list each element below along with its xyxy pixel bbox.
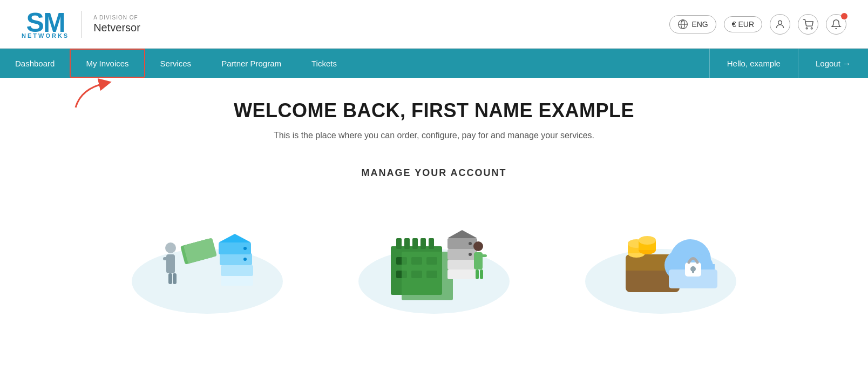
svg-rect-22	[396, 238, 402, 249]
illus-card-billing[interactable]	[547, 206, 774, 314]
illustrations-row	[11, 206, 857, 314]
svg-marker-37	[447, 230, 477, 238]
nav-item-dashboard[interactable]: Dashboard	[0, 49, 70, 78]
svg-rect-33	[402, 252, 453, 300]
svg-rect-24	[412, 238, 418, 249]
svg-rect-25	[421, 238, 426, 249]
nav-item-partner-program[interactable]: Partner Program	[206, 49, 296, 78]
svg-point-6	[811, 28, 812, 29]
cart-icon	[803, 19, 813, 30]
cart-icon-button[interactable]	[798, 14, 818, 35]
bell-icon	[831, 19, 842, 30]
header: SM NETWORKS A DIVISION OF Netversor ENG …	[0, 0, 868, 49]
user-icon-button[interactable]	[770, 14, 790, 35]
currency-button[interactable]: € EUR	[724, 16, 762, 32]
svg-rect-18	[221, 276, 253, 286]
svg-rect-23	[404, 238, 410, 249]
svg-point-54	[639, 236, 656, 245]
illus-card-services[interactable]	[94, 206, 321, 314]
currency-label: € EUR	[732, 20, 754, 29]
svg-rect-14	[221, 265, 253, 276]
logo-area: SM NETWORKS A DIVISION OF Netversor	[22, 9, 140, 39]
svg-point-4	[778, 21, 782, 24]
nav-item-services[interactable]: Services	[145, 49, 207, 78]
navbar: Dashboard My Invoices Services Partner P…	[0, 49, 868, 78]
header-right: ENG € EUR	[669, 14, 846, 35]
svg-rect-38	[447, 269, 477, 279]
nav-left: Dashboard My Invoices Services Partner P…	[0, 49, 709, 78]
language-button[interactable]: ENG	[669, 15, 716, 33]
notification-badge	[841, 13, 847, 19]
svg-point-7	[165, 242, 176, 253]
globe-icon	[677, 19, 688, 30]
svg-rect-26	[429, 238, 434, 249]
svg-rect-11	[173, 273, 177, 284]
svg-point-40	[469, 242, 472, 245]
nav-logout-button[interactable]: Logout →	[798, 49, 868, 78]
svg-point-41	[473, 241, 483, 251]
main-content: WELCOME BACK, FIRST NAME EXAMPLE This is…	[0, 78, 868, 335]
welcome-title: WELCOME BACK, FIRST NAME EXAMPLE	[11, 99, 857, 122]
nav-item-tickets[interactable]: Tickets	[296, 49, 352, 78]
svg-point-39	[469, 253, 472, 256]
svg-rect-45	[480, 269, 483, 279]
arrow-annotation	[70, 78, 113, 112]
user-icon	[775, 19, 785, 30]
logo-sm: SM NETWORKS	[22, 9, 69, 39]
manage-illustration	[358, 206, 510, 314]
logo-divider	[81, 11, 82, 38]
svg-rect-44	[476, 269, 479, 279]
svg-rect-43	[480, 254, 487, 257]
notification-icon-button[interactable]	[826, 14, 846, 35]
svg-point-20	[243, 247, 247, 250]
svg-rect-10	[168, 273, 172, 284]
svg-rect-36	[447, 238, 477, 249]
svg-point-5	[806, 28, 808, 29]
svg-point-19	[243, 258, 247, 261]
illus-card-manage[interactable]	[321, 206, 547, 314]
nav-right: Hello, example Logout →	[709, 49, 868, 78]
svg-rect-9	[163, 257, 169, 260]
lang-label: ENG	[691, 20, 708, 29]
billing-illustration	[585, 206, 736, 314]
svg-rect-34	[447, 260, 477, 269]
svg-marker-17	[219, 234, 251, 242]
svg-rect-35	[447, 249, 477, 260]
a-division-of-text: A DIVISION OF	[93, 15, 140, 21]
svg-rect-13	[184, 238, 217, 264]
svg-rect-62	[692, 269, 694, 273]
logo-division: A DIVISION OF Netversor	[93, 15, 140, 34]
svg-rect-15	[220, 253, 252, 265]
netversor-text: Netversor	[93, 21, 140, 34]
nav-item-my-invoices[interactable]: My Invoices	[70, 49, 145, 78]
manage-title: MANAGE YOUR ACCOUNT	[11, 167, 857, 179]
welcome-subtitle: This is the place where you can order, c…	[11, 131, 857, 140]
services-illustration	[132, 206, 283, 314]
nav-hello-text: Hello, example	[709, 49, 798, 78]
logo-networks: NETWORKS	[22, 33, 69, 39]
